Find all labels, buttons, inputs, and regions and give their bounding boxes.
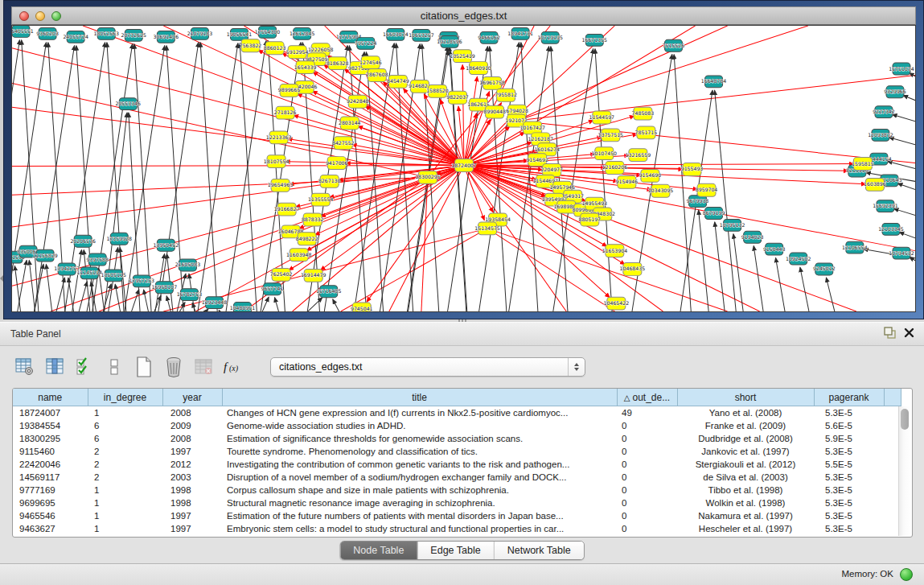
- table-settings-button[interactable]: [14, 356, 35, 377]
- table-row[interactable]: 2242004622012Investigating the contribut…: [13, 458, 901, 471]
- network-node[interactable]: 8860123: [264, 42, 286, 55]
- scrollbar-thumb[interactable]: [901, 409, 909, 430]
- table-row[interactable]: 1456911722003Disruption of a novel membe…: [13, 471, 901, 484]
- network-node[interactable]: 2718126: [274, 106, 297, 119]
- network-node[interactable]: 7955812: [495, 89, 517, 101]
- network-edge[interactable]: [166, 296, 171, 311]
- tab-edge-table[interactable]: Edge Table: [417, 542, 494, 559]
- network-node[interactable]: 24055724: [63, 31, 88, 43]
- table-row[interactable]: 946362711997Embryonic stem cells: a mode…: [13, 522, 901, 535]
- float-panel-icon[interactable]: [884, 327, 896, 339]
- network-node[interactable]: 16671355: [582, 34, 608, 46]
- table-row[interactable]: 946554611997Estimation of the future num…: [13, 509, 901, 522]
- delete-button[interactable]: [163, 356, 184, 377]
- network-node[interactable]: 1588520: [426, 84, 449, 97]
- function-builder-button[interactable]: f (x): [223, 356, 244, 377]
- network-node[interactable]: 9679938: [687, 196, 709, 208]
- network-node[interactable]: 1274546: [359, 56, 382, 69]
- network-edge[interactable]: [674, 55, 691, 311]
- network-node[interactable]: 10794532: [889, 247, 914, 259]
- memory-status-indicator[interactable]: [900, 568, 913, 581]
- network-node[interactable]: 19654963: [268, 179, 294, 192]
- column-header-in-degree[interactable]: in_degree: [88, 389, 162, 406]
- column-header-short[interactable]: short: [677, 389, 814, 406]
- column-header-out-degree[interactable]: △out_de...: [617, 389, 677, 406]
- network-node[interactable]: 7625402: [270, 268, 293, 281]
- network-edge[interactable]: [910, 73, 915, 81]
- network-node[interactable]: 21605083: [175, 259, 201, 271]
- network-node[interactable]: 8427552: [332, 137, 355, 150]
- network-node[interactable]: 7957224: [355, 37, 377, 49]
- network-edge[interactable]: [29, 260, 35, 311]
- network-edge[interactable]: [552, 49, 593, 311]
- network-edge[interactable]: [12, 166, 464, 227]
- network-node[interactable]: 10107450: [592, 147, 618, 160]
- network-edge[interactable]: [487, 229, 614, 311]
- network-node[interactable]: 8990448: [483, 105, 506, 118]
- tab-network-table[interactable]: Network Table: [495, 542, 584, 559]
- tab-node-table[interactable]: Node Table: [340, 542, 417, 559]
- network-node[interactable]: 20553346: [116, 98, 142, 110]
- network-node[interactable]: 15751074: [889, 63, 914, 75]
- network-edge[interactable]: [464, 164, 854, 166]
- network-edge[interactable]: [715, 222, 725, 311]
- network-node[interactable]: 10719195: [537, 31, 563, 43]
- network-node[interactable]: 13757515: [598, 129, 624, 142]
- network-edge[interactable]: [46, 264, 52, 311]
- network-edge[interactable]: [240, 43, 257, 311]
- network-edge[interactable]: [134, 44, 151, 311]
- network-node[interactable]: 8679199: [703, 208, 725, 220]
- network-edge[interactable]: [892, 114, 915, 124]
- network-node[interactable]: 9150443: [763, 243, 786, 255]
- network-node[interactable]: 30691406: [154, 31, 179, 43]
- column-header-name[interactable]: name: [13, 389, 88, 406]
- network-edge[interactable]: [275, 298, 280, 311]
- network-edge[interactable]: [889, 138, 915, 147]
- table-selector[interactable]: citations_edges.txt: [270, 357, 585, 377]
- network-node[interactable]: 1603896: [864, 178, 886, 191]
- close-panel-icon[interactable]: [904, 328, 914, 338]
- network-node[interactable]: 12103345: [878, 223, 904, 235]
- network-node[interactable]: 11544597: [589, 111, 615, 124]
- network-edge[interactable]: [12, 43, 46, 311]
- network-node[interactable]: 7515526: [663, 39, 685, 51]
- network-edge[interactable]: [55, 278, 64, 311]
- table-row[interactable]: 911546021997Tourette syndrome. Phenomeno…: [13, 445, 901, 458]
- network-node[interactable]: 10468435: [620, 263, 646, 276]
- network-node[interactable]: 12213363: [266, 131, 292, 144]
- network-edge[interactable]: [893, 208, 915, 218]
- network-node[interactable]: 16958107: [152, 282, 178, 294]
- network-node[interactable]: 9194023: [741, 231, 764, 243]
- network-node[interactable]: 19056541: [227, 28, 253, 40]
- network-node[interactable]: 17359928: [106, 233, 132, 245]
- network-canvas[interactable]: 1640555193602032405572418052563207326253…: [11, 25, 916, 312]
- column-header-pagerank[interactable]: pagerank: [814, 389, 884, 406]
- network-edge[interactable]: [450, 47, 466, 311]
- network-node[interactable]: 7563822: [240, 39, 262, 52]
- network-node[interactable]: 18724007: [451, 159, 477, 172]
- network-node[interactable]: 11603948: [286, 249, 312, 262]
- network-node[interactable]: 18941731: [507, 27, 533, 39]
- network-graph[interactable]: 1640555193602032405572418052563207326253…: [12, 26, 915, 311]
- network-node[interactable]: 12160206: [602, 162, 628, 175]
- network-node[interactable]: 9242848: [347, 95, 369, 108]
- vertical-scrollbar[interactable]: [898, 406, 911, 536]
- network-edge[interactable]: [826, 278, 835, 311]
- network-edge[interactable]: [225, 41, 265, 311]
- network-node[interactable]: 16961758: [479, 76, 505, 89]
- network-node[interactable]: 10653257: [409, 29, 434, 41]
- network-edge[interactable]: [78, 282, 87, 311]
- network-edge[interactable]: [899, 233, 915, 241]
- network-node[interactable]: 20732625: [121, 29, 147, 41]
- network-edge[interactable]: [910, 257, 915, 266]
- network-node[interactable]: 1654339: [294, 61, 317, 74]
- network-node[interactable]: 8454749: [387, 75, 409, 88]
- network-node[interactable]: 16603074: [383, 28, 409, 40]
- network-node[interactable]: 16405551: [12, 26, 34, 37]
- column-header-title[interactable]: title: [222, 389, 617, 406]
- table-row[interactable]: 977716911998Corpus callosum shape and si…: [13, 484, 901, 496]
- network-node[interactable]: 18300295: [415, 171, 441, 183]
- network-node[interactable]: 18052563: [93, 27, 119, 39]
- network-edge[interactable]: [12, 166, 464, 286]
- table-row[interactable]: 1938455462009Genome-wide association stu…: [13, 419, 901, 432]
